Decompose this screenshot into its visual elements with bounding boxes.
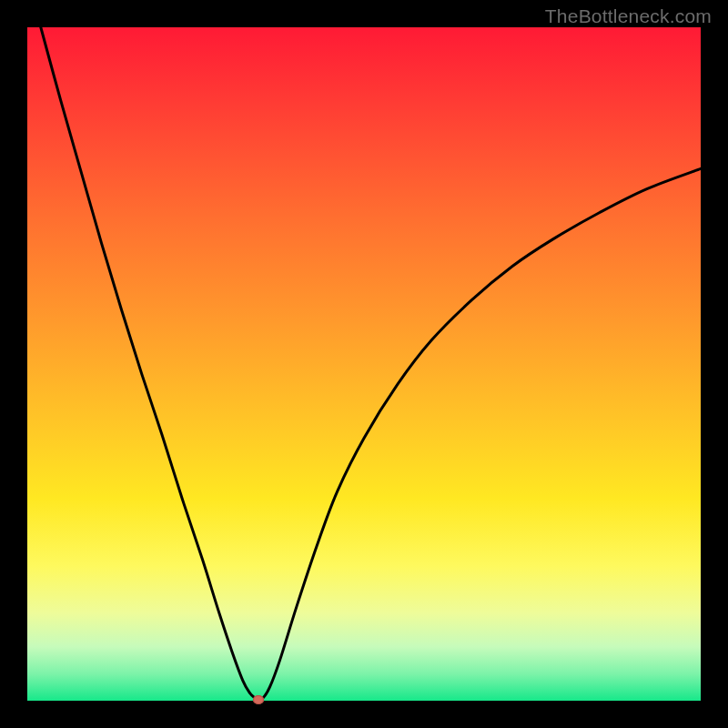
- watermark-text: TheBottleneck.com: [545, 5, 712, 27]
- curve-line: [41, 27, 701, 700]
- chart-frame: TheBottleneck.com: [0, 0, 728, 728]
- minimum-marker: [253, 695, 264, 704]
- bottleneck-curve: [27, 27, 701, 701]
- plot-area: [27, 27, 701, 701]
